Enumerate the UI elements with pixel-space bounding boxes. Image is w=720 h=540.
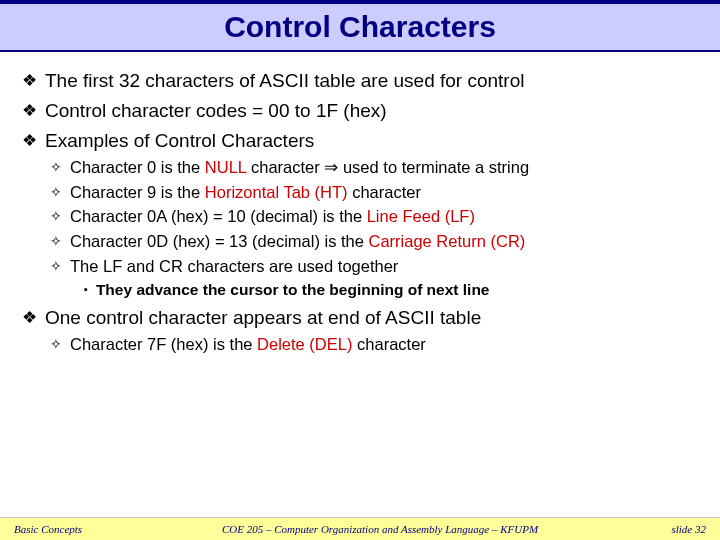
diamond-icon: ❖ <box>22 70 37 92</box>
sub-bullet-item: ✧ The LF and CR characters are used toge… <box>50 257 698 277</box>
title-bar: Control Characters <box>0 0 720 52</box>
sub-sub-bullet-item: ▪ They advance the cursor to the beginni… <box>84 281 698 299</box>
bullet-text: Character 0A (hex) = 10 (decimal) is the… <box>70 207 475 226</box>
highlight-text: Carriage Return (CR) <box>369 232 526 250</box>
bullet-item: ❖ One control character appears at end o… <box>22 307 698 329</box>
bullet-item: ❖ The first 32 characters of ASCII table… <box>22 70 698 92</box>
sub-bullet-item: ✧ Character 0A (hex) = 10 (decimal) is t… <box>50 207 698 227</box>
highlight-text: Horizontal Tab (HT) <box>205 183 348 201</box>
footer-right: slide 32 <box>626 523 706 535</box>
slide-content: ❖ The first 32 characters of ASCII table… <box>0 52 720 355</box>
hollow-diamond-icon: ✧ <box>50 335 62 355</box>
footer-center: COE 205 – Computer Organization and Asse… <box>134 523 626 535</box>
hollow-diamond-icon: ✧ <box>50 257 62 277</box>
title-inner: Control Characters <box>0 4 720 50</box>
bullet-item: ❖ Control character codes = 00 to 1F (he… <box>22 100 698 122</box>
bullet-text: The first 32 characters of ASCII table a… <box>45 70 524 92</box>
bullet-text: Character 9 is the Horizontal Tab (HT) c… <box>70 183 421 202</box>
bullet-text: Control character codes = 00 to 1F (hex) <box>45 100 387 122</box>
bullet-text: One control character appears at end of … <box>45 307 481 329</box>
bullet-text: Character 0D (hex) = 13 (decimal) is the… <box>70 232 525 251</box>
highlight-text: Line Feed (LF) <box>367 207 475 225</box>
hollow-diamond-icon: ✧ <box>50 183 62 203</box>
slide-title: Control Characters <box>0 10 720 44</box>
highlight-text: Delete (DEL) <box>257 335 352 353</box>
sub-bullet-item: ✧ Character 0 is the NULL character ⇒ us… <box>50 158 698 178</box>
slide-footer: Basic Concepts COE 205 – Computer Organi… <box>0 517 720 540</box>
bullet-text: They advance the cursor to the beginning… <box>96 281 490 299</box>
diamond-icon: ❖ <box>22 307 37 329</box>
bullet-text: The LF and CR characters are used togeth… <box>70 257 398 276</box>
bullet-item: ❖ Examples of Control Characters <box>22 130 698 152</box>
hollow-diamond-icon: ✧ <box>50 207 62 227</box>
footer-left: Basic Concepts <box>14 523 134 535</box>
diamond-icon: ❖ <box>22 100 37 122</box>
sub-bullet-item: ✧ Character 0D (hex) = 13 (decimal) is t… <box>50 232 698 252</box>
diamond-icon: ❖ <box>22 130 37 152</box>
highlight-text: NULL <box>205 158 247 176</box>
bullet-text: Examples of Control Characters <box>45 130 314 152</box>
arrow-icon: ⇒ <box>324 158 338 176</box>
sub-bullet-item: ✧ Character 7F (hex) is the Delete (DEL)… <box>50 335 698 355</box>
square-icon: ▪ <box>84 281 88 299</box>
hollow-diamond-icon: ✧ <box>50 232 62 252</box>
sub-bullet-item: ✧ Character 9 is the Horizontal Tab (HT)… <box>50 183 698 203</box>
bullet-text: Character 7F (hex) is the Delete (DEL) c… <box>70 335 426 354</box>
hollow-diamond-icon: ✧ <box>50 158 62 178</box>
bullet-text: Character 0 is the NULL character ⇒ used… <box>70 158 529 177</box>
